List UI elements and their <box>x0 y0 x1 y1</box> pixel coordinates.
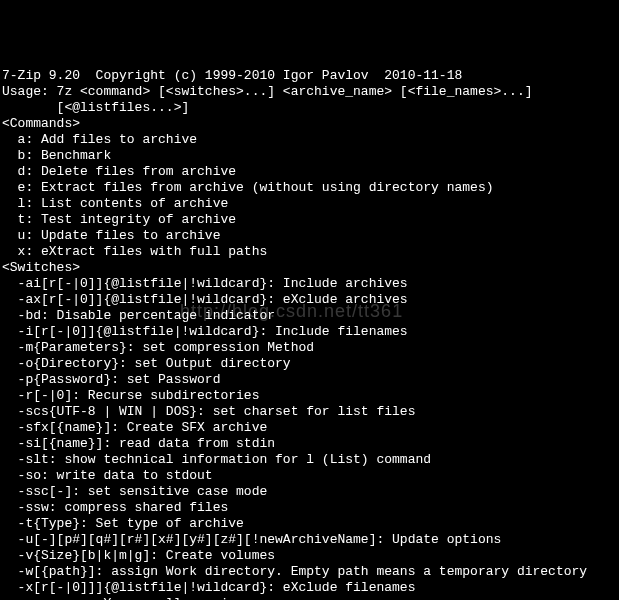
terminal-line: Usage: 7z <command> [<switches>...] <arc… <box>2 84 617 100</box>
terminal-line: -p{Password}: set Password <box>2 372 617 388</box>
terminal-line: <Switches> <box>2 260 617 276</box>
terminal-line: -w[{path}]: assign Work directory. Empty… <box>2 564 617 580</box>
terminal-line: e: Extract files from archive (without u… <box>2 180 617 196</box>
terminal-line: -x[r[-|0]]]{@listfile|!wildcard}: eXclud… <box>2 580 617 596</box>
terminal-line: -t{Type}: Set type of archive <box>2 516 617 532</box>
terminal-line: x: eXtract files with full paths <box>2 244 617 260</box>
terminal-output: 7-Zip 9.20 Copyright (c) 1999-2010 Igor … <box>2 68 617 600</box>
terminal-line: -v{Size}[b|k|m|g]: Create volumes <box>2 548 617 564</box>
terminal-line: -ai[r[-|0]]{@listfile|!wildcard}: Includ… <box>2 276 617 292</box>
terminal-line: -y: assume Yes on all queries <box>2 596 617 600</box>
terminal-line: -so: write data to stdout <box>2 468 617 484</box>
terminal-line: -r[-|0]: Recurse subdirectories <box>2 388 617 404</box>
terminal-line: -o{Directory}: set Output directory <box>2 356 617 372</box>
terminal-line: -bd: Disable percentage indicator <box>2 308 617 324</box>
terminal-line: -m{Parameters}: set compression Method <box>2 340 617 356</box>
terminal-line: -si[{name}]: read data from stdin <box>2 436 617 452</box>
terminal-line: <Commands> <box>2 116 617 132</box>
terminal-line: t: Test integrity of archive <box>2 212 617 228</box>
terminal-line: [<@listfiles...>] <box>2 100 617 116</box>
terminal-line: -i[r[-|0]]{@listfile|!wildcard}: Include… <box>2 324 617 340</box>
terminal-line: -scs{UTF-8 | WIN | DOS}: set charset for… <box>2 404 617 420</box>
terminal-line: d: Delete files from archive <box>2 164 617 180</box>
terminal-line: -u[-][p#][q#][r#][x#][y#][z#][!newArchiv… <box>2 532 617 548</box>
terminal-line: a: Add files to archive <box>2 132 617 148</box>
terminal-line: -ssw: compress shared files <box>2 500 617 516</box>
terminal-line: -sfx[{name}]: Create SFX archive <box>2 420 617 436</box>
terminal-line: 7-Zip 9.20 Copyright (c) 1999-2010 Igor … <box>2 68 617 84</box>
terminal-line: -ssc[-]: set sensitive case mode <box>2 484 617 500</box>
terminal-line: u: Update files to archive <box>2 228 617 244</box>
terminal-line: -slt: show technical information for l (… <box>2 452 617 468</box>
terminal-line: b: Benchmark <box>2 148 617 164</box>
terminal-line: l: List contents of archive <box>2 196 617 212</box>
terminal-line: -ax[r[-|0]]{@listfile|!wildcard}: eXclud… <box>2 292 617 308</box>
